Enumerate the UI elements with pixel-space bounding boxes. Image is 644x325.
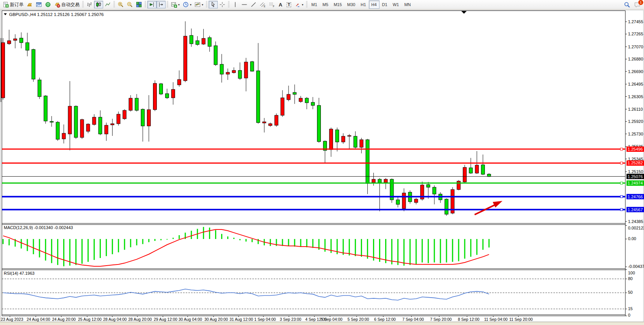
hline-handle[interactable] [620,196,623,198]
svg-text:1.25730: 1.25730 [628,132,643,136]
svg-text:1.26880: 1.26880 [628,57,643,61]
svg-text:1 Sep 04:00: 1 Sep 04:00 [254,317,276,322]
chart-canvas[interactable]: 1.274551.272651.270701.268801.266901.264… [0,0,644,325]
mt4-window: 新订单 [0,0,644,325]
svg-text:24 Aug 04:00: 24 Aug 04:00 [27,317,50,322]
svg-text:24 Aug 20:00: 24 Aug 20:00 [52,317,76,322]
svg-text:1.27070: 1.27070 [628,45,643,49]
svg-text:11 Sep 04:00: 11 Sep 04:00 [484,317,508,322]
hline-handle[interactable] [620,162,623,164]
svg-text:1.25496: 1.25496 [628,147,643,151]
svg-text:1.25076: 1.25076 [628,174,643,179]
svg-text:5 Sep 20:00: 5 Sep 20:00 [348,317,369,322]
svg-text:1.25150: 1.25150 [628,169,643,174]
svg-text:50: 50 [628,290,633,295]
svg-text:31 Aug 12:00: 31 Aug 12:00 [230,317,253,322]
svg-text:1.26305: 1.26305 [628,94,643,99]
hline-handle[interactable] [620,148,623,150]
svg-text:28 Aug 20:00: 28 Aug 20:00 [128,317,152,322]
svg-text:1.27455: 1.27455 [628,19,643,24]
svg-text:1.24766: 1.24766 [628,194,643,199]
window-bottom-strip [0,322,644,325]
svg-text:1.25920: 1.25920 [628,119,643,124]
svg-text:0.002123: 0.002123 [628,226,644,230]
svg-text:30 Aug 20:00: 30 Aug 20:00 [204,317,228,322]
hline-handle[interactable] [620,182,623,184]
svg-text:28 Aug 04:00: 28 Aug 04:00 [103,317,127,322]
svg-text:23 Aug 2023: 23 Aug 2023 [1,317,23,322]
svg-text:6 Sep 12:00: 6 Sep 12:00 [374,317,396,322]
svg-text:100: 100 [628,271,635,275]
svg-text:0: 0 [628,313,630,317]
hline-handle[interactable] [620,209,623,211]
svg-text:1.24974: 1.24974 [628,181,643,185]
svg-text:1.25282: 1.25282 [628,161,643,165]
svg-text:1.26495: 1.26495 [628,82,643,86]
svg-text:1.27265: 1.27265 [628,32,643,36]
svg-text:5 Sep 04:00: 5 Sep 04:00 [321,317,343,322]
svg-text:1.24567: 1.24567 [628,207,643,212]
svg-text:GBPUSD-,H4 1.25112 1.25126 1.: GBPUSD-,H4 1.25112 1.25126 1.25067 1.250… [9,12,104,17]
svg-text:-0.004378: -0.004378 [628,264,644,269]
svg-text:RSI(14) 47.1963: RSI(14) 47.1963 [4,271,35,276]
svg-text:MACD(12,26,9) -0.001340 -0.002: MACD(12,26,9) -0.001340 -0.002443 [4,225,73,230]
svg-text:29 Aug 12:00: 29 Aug 12:00 [154,317,177,322]
svg-text:7 Sep 20:00: 7 Sep 20:00 [430,317,452,322]
svg-text:1.26110: 1.26110 [628,107,643,112]
svg-text:25 Aug 12:00: 25 Aug 12:00 [78,317,102,322]
svg-text:15: 15 [628,306,633,311]
svg-text:8 Sep 12:00: 8 Sep 12:00 [458,317,480,322]
svg-text:80: 80 [628,276,633,281]
svg-text:7 Sep 04:00: 7 Sep 04:00 [402,317,424,322]
svg-text:30 Aug 04:00: 30 Aug 04:00 [179,317,202,322]
svg-text:3 Sep 23:00: 3 Sep 23:00 [280,317,301,322]
svg-text:0.00: 0.00 [628,236,636,241]
svg-text:1.26690: 1.26690 [628,69,643,74]
svg-text:1.24385: 1.24385 [628,219,643,224]
svg-text:11 Sep 20:00: 11 Sep 20:00 [509,317,533,322]
